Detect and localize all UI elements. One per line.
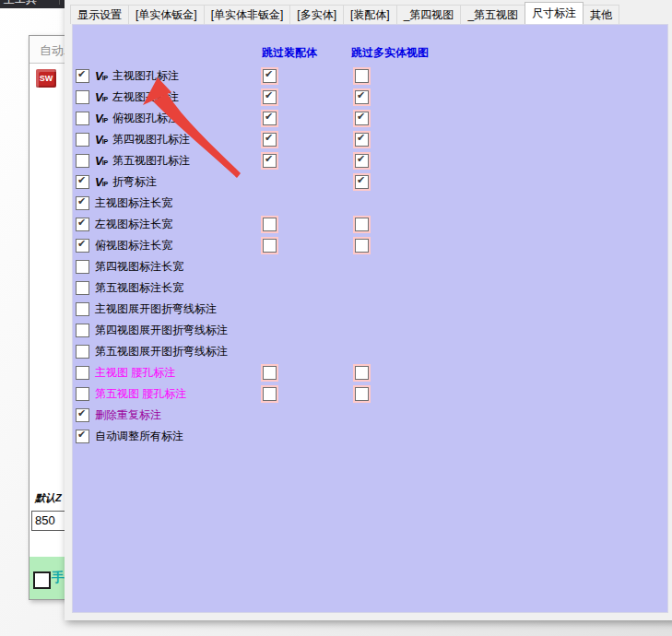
row-label: 第四视图孔标注 — [112, 132, 190, 147]
row-label: 第四视图展开图折弯线标注 — [95, 323, 228, 338]
vip-icon: VIP — [95, 133, 111, 147]
vip-icon: VIP — [95, 175, 111, 189]
row-label: 自动调整所有标注 — [95, 429, 183, 444]
tab-9[interactable]: 其他 — [583, 5, 619, 24]
row-label: 第五视图展开图折弯线标注 — [95, 344, 228, 359]
skip-assembly-checkbox[interactable] — [263, 387, 277, 401]
row-checkbox[interactable] — [76, 387, 89, 401]
row-checkbox[interactable] — [76, 345, 89, 359]
row-checkbox[interactable] — [76, 281, 89, 295]
setting-row: 第四视图标注长宽 — [73, 256, 667, 277]
tab-3[interactable]: [单实体非钣金] — [204, 5, 291, 24]
row-checkbox[interactable] — [76, 324, 89, 337]
setting-row: 主视图标注长宽 — [73, 193, 667, 214]
tab-6[interactable]: _第四视图 — [396, 5, 462, 24]
settings-dialog: 显示设置[单实体钣金][单实体非钣金][多实体][装配体]_第四视图_第五视图尺… — [65, 0, 672, 620]
tab-strip: 显示设置[单实体钣金][单实体非钣金][多实体][装配体]_第四视图_第五视图尺… — [70, 2, 672, 24]
row-checkbox[interactable] — [76, 133, 89, 147]
dimension-settings-panel: 跳过装配体 跳过多实体视图 VIP主视图孔标注VIP左视图孔标注VIP俯视图孔标… — [72, 24, 668, 613]
row-checkbox[interactable] — [76, 302, 89, 316]
skip-assembly-checkbox[interactable] — [263, 90, 277, 104]
setting-row: VIP折弯标注 — [73, 171, 667, 193]
skip-assembly-checkbox[interactable] — [263, 154, 277, 168]
column-header-skip-multibody: 跳过多实体视图 — [351, 45, 429, 61]
skip-multibody-checkbox[interactable] — [355, 133, 369, 147]
row-checkbox[interactable] — [76, 218, 89, 231]
row-label: 主视图展开图折弯线标注 — [95, 301, 217, 317]
skip-multibody-checkbox[interactable] — [355, 69, 369, 83]
row-checkbox[interactable] — [76, 430, 89, 443]
row-label: 折弯标注 — [112, 174, 157, 190]
setting-row: 主视图展开图折弯线标注 — [73, 299, 667, 320]
skip-multibody-checkbox[interactable] — [355, 112, 369, 125]
row-label: 删除重复标注 — [95, 407, 161, 423]
row-label: 左视图孔标注 — [112, 89, 179, 105]
row-label: 主视图孔标注 — [112, 68, 179, 84]
setting-row: VIP俯视图孔标注 — [73, 108, 667, 129]
solidworks-icon: SW — [36, 69, 56, 88]
vip-icon: VIP — [95, 90, 111, 104]
titlebar-text: 主工具 — [4, 0, 37, 7]
row-label: 俯视图孔标注 — [112, 111, 179, 126]
tab-7[interactable]: _第五视图 — [460, 5, 525, 24]
row-checkbox[interactable] — [76, 90, 89, 104]
row-checkbox[interactable] — [76, 175, 89, 189]
setting-row: 主视图 腰孔标注 — [73, 362, 667, 383]
tab-4[interactable]: [多实体] — [289, 5, 344, 24]
manual-mode-checkbox[interactable] — [33, 571, 51, 589]
setting-row: 自动调整所有标注 — [73, 426, 667, 447]
row-checkbox[interactable] — [76, 260, 89, 274]
skip-assembly-checkbox[interactable] — [263, 366, 277, 380]
setting-row: VIP主视图孔标注 — [73, 65, 667, 87]
setting-row: 删除重复标注 — [73, 405, 667, 426]
row-checkbox[interactable] — [76, 196, 89, 210]
skip-multibody-checkbox[interactable] — [355, 90, 369, 104]
skip-assembly-checkbox[interactable] — [263, 133, 277, 147]
background-titlebar: 主工具 10 — [0, 0, 73, 8]
vip-icon: VIP — [95, 154, 111, 168]
skip-assembly-checkbox[interactable] — [263, 112, 277, 125]
setting-row: 第五视图 腰孔标注 — [73, 383, 667, 405]
setting-row: 第五视图展开图折弯线标注 — [73, 341, 667, 362]
tab-2[interactable]: [单实体钣金] — [128, 5, 205, 24]
row-checkbox[interactable] — [76, 112, 89, 125]
row-checkbox[interactable] — [76, 408, 89, 422]
tab-8[interactable]: 尺寸标注 — [525, 2, 584, 24]
skip-multibody-checkbox[interactable] — [355, 366, 369, 380]
row-label: 第四视图标注长宽 — [95, 259, 183, 275]
row-checkbox[interactable] — [76, 154, 89, 168]
setting-row: VIP第四视图孔标注 — [73, 129, 667, 150]
row-label: 主视图 腰孔标注 — [95, 365, 175, 381]
setting-row: 第四视图展开图折弯线标注 — [73, 320, 667, 341]
setting-row: VIP左视图孔标注 — [73, 87, 667, 108]
row-label: 主视图标注长宽 — [95, 195, 172, 211]
skip-assembly-checkbox[interactable] — [263, 69, 277, 83]
column-headers: 跳过装配体 跳过多实体视图 — [73, 45, 667, 60]
setting-row: 俯视图标注长宽 — [73, 235, 667, 256]
skip-multibody-checkbox[interactable] — [355, 154, 369, 168]
row-label: 左视图标注长宽 — [95, 217, 172, 232]
skip-multibody-checkbox[interactable] — [355, 239, 369, 253]
default-value-label: 默认Z — [35, 491, 62, 505]
row-label: 第五视图 腰孔标注 — [95, 386, 186, 402]
setting-row: VIP第五视图孔标注 — [73, 150, 667, 171]
row-checkbox[interactable] — [76, 366, 89, 380]
row-checkbox[interactable] — [76, 239, 89, 253]
skip-assembly-checkbox[interactable] — [263, 218, 277, 231]
column-header-skip-assembly: 跳过装配体 — [262, 45, 317, 61]
tab-1[interactable]: 显示设置 — [70, 5, 129, 24]
vip-icon: VIP — [95, 69, 111, 83]
setting-row: 左视图标注长宽 — [73, 214, 667, 235]
row-label: 俯视图标注长宽 — [95, 238, 172, 253]
skip-multibody-checkbox[interactable] — [355, 175, 369, 189]
setting-row: 第五视图标注长宽 — [73, 277, 667, 299]
skip-assembly-checkbox[interactable] — [263, 239, 277, 253]
tab-5[interactable]: [装配体] — [343, 5, 397, 24]
row-checkbox[interactable] — [76, 69, 89, 83]
vip-icon: VIP — [95, 112, 111, 125]
settings-rows: VIP主视图孔标注VIP左视图孔标注VIP俯视图孔标注VIP第四视图孔标注VIP… — [73, 65, 667, 447]
screen: 主工具 10 自动工 SW 默认Z 850 手动 显示设置[单实体钣金][单实体… — [0, 0, 672, 636]
skip-multibody-checkbox[interactable] — [355, 387, 369, 401]
skip-multibody-checkbox[interactable] — [355, 218, 369, 231]
row-label: 第五视图孔标注 — [112, 153, 190, 169]
